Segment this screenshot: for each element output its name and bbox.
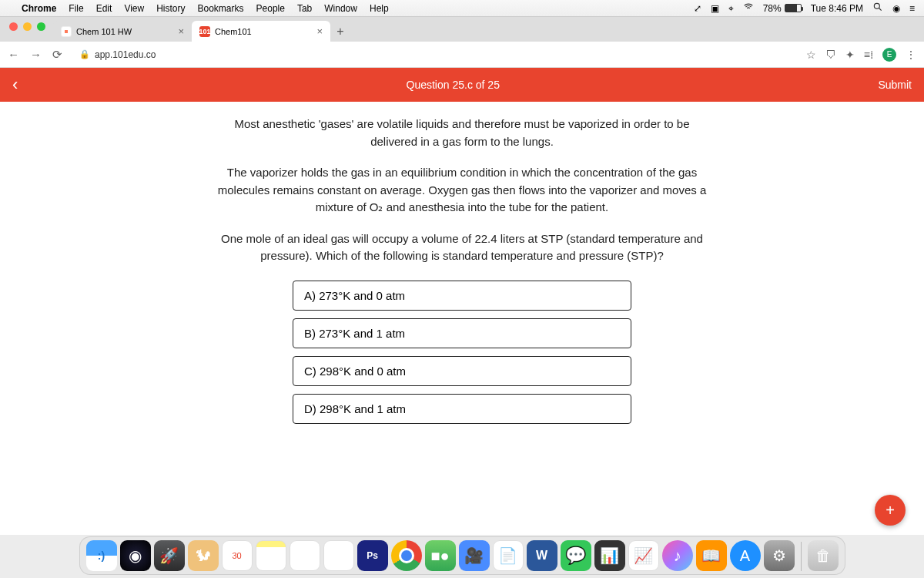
status-battery[interactable]: 78% (763, 3, 802, 14)
status-clock[interactable]: Tue 8:46 PM (811, 3, 863, 14)
answer-choice-c[interactable]: C) 298°K and 0 atm (293, 356, 631, 386)
dock-itunes-icon[interactable]: ♪ (662, 540, 693, 571)
dock-facetime-icon[interactable]: ■● (425, 540, 456, 571)
fab-add-button[interactable]: + (875, 495, 906, 526)
extension-shield-icon[interactable]: ⛉ (825, 49, 836, 61)
extensions-puzzle-icon[interactable]: ✦ (845, 49, 855, 61)
dock-finder-icon[interactable]: :) (86, 540, 117, 571)
answer-choice-a[interactable]: A) 273°K and 0 atm (293, 281, 631, 311)
tab-favicon-icon: 101 (199, 26, 210, 37)
dock-photos-icon[interactable]: ✿ (323, 540, 354, 571)
menu-tab[interactable]: Tab (297, 3, 312, 14)
tab-close-button[interactable]: × (178, 25, 184, 37)
dock-launchpad-icon[interactable]: 🚀 (154, 540, 185, 571)
battery-icon (785, 4, 802, 12)
lock-icon: 🔒 (79, 49, 90, 59)
submit-button[interactable]: Submit (878, 79, 912, 91)
menu-history[interactable]: History (156, 3, 185, 14)
bookmark-star-icon[interactable]: ☆ (806, 49, 816, 61)
status-display-icon[interactable]: ▣ (711, 3, 719, 14)
answer-choice-d[interactable]: D) 298°K and 1 atm (293, 394, 631, 424)
browser-tab[interactable]: Chem 101 HW × (53, 21, 192, 42)
dock-siri-icon[interactable]: ◉ (120, 540, 151, 571)
back-button[interactable]: ‹ (12, 75, 28, 95)
answer-choices: A) 273°K and 0 atm B) 273°K and 1 atm C)… (293, 281, 631, 424)
status-wifi-icon[interactable] (743, 2, 754, 15)
battery-percent: 78% (763, 3, 782, 14)
chrome-tabstrip: Chem 101 HW × 101 Chem101 × + (0, 17, 924, 42)
menu-help[interactable]: Help (370, 3, 389, 14)
quiz-header: ‹ Question 25.c of 25 Submit (0, 68, 924, 102)
chrome-toolbar: ← → ⟳ 🔒 app.101edu.co ☆ ⛉ ✦ ≡⁞ E ⋮ (0, 42, 924, 68)
status-bluetooth-icon[interactable]: ⌖ (728, 3, 734, 14)
menu-file[interactable]: File (69, 3, 83, 14)
tab-title: Chem 101 HW (76, 27, 132, 36)
menu-window[interactable]: Window (324, 3, 357, 14)
address-bar[interactable]: 🔒 app.101edu.co (72, 49, 797, 60)
dock-zoom-icon[interactable]: 🎥 (459, 540, 490, 571)
menu-edit[interactable]: Edit (96, 3, 112, 14)
menu-people[interactable]: People (256, 3, 285, 14)
extension-e-icon[interactable]: E (882, 48, 896, 62)
status-fullscreen-icon[interactable]: ⤢ (694, 3, 701, 14)
dock-separator (801, 542, 802, 571)
question-counter: Question 25.c of 25 (28, 79, 878, 91)
status-control-center-icon[interactable]: ◉ (892, 3, 900, 14)
menu-view[interactable]: View (124, 3, 144, 14)
app-name[interactable]: Chrome (22, 3, 56, 14)
dock-chrome-icon[interactable] (391, 540, 422, 571)
dock-ibooks-icon[interactable]: 📖 (696, 540, 727, 571)
question-prompt: One mole of an ideal gas will occupy a v… (216, 230, 708, 265)
chrome-menu-button[interactable]: ⋮ (906, 49, 916, 61)
reading-list-icon[interactable]: ≡⁞ (864, 49, 873, 61)
nav-reload-button[interactable]: ⟳ (52, 48, 62, 62)
dock-settings-icon[interactable]: ⚙ (764, 540, 795, 571)
dock-notes-icon[interactable] (256, 540, 286, 571)
status-spotlight-icon[interactable] (872, 2, 883, 15)
nav-back-button[interactable]: ← (8, 48, 19, 62)
url-text: app.101edu.co (95, 49, 156, 60)
menu-bookmarks[interactable]: Bookmarks (198, 3, 244, 14)
window-controls (6, 22, 53, 37)
window-minimize-button[interactable] (23, 22, 32, 31)
tab-close-button[interactable]: × (316, 25, 323, 37)
dock-messages-icon[interactable]: 💬 (561, 540, 591, 571)
svg-point-0 (874, 3, 879, 8)
status-list-icon[interactable]: ≡ (909, 3, 915, 14)
nav-forward-button[interactable]: → (30, 48, 42, 62)
dock-preview-icon[interactable]: 🖼 (290, 540, 320, 571)
new-tab-button[interactable]: + (330, 22, 350, 42)
dock-app-icon[interactable]: 🐿 (188, 540, 219, 571)
passage-paragraph: Most anesthetic 'gases' are volatile liq… (216, 116, 708, 150)
macos-menubar: Chrome File Edit View History Bookmarks … (0, 0, 924, 17)
tab-title: Chem101 (215, 27, 252, 36)
browser-tab[interactable]: 101 Chem101 × (192, 21, 330, 42)
passage-paragraph: The vaporizer holds the gas in an equili… (216, 164, 708, 217)
dock-word-icon[interactable]: W (527, 540, 557, 571)
dock-monitor-icon[interactable]: 📈 (628, 540, 659, 571)
macos-dock: :) ◉ 🚀 🐿 30 🖼 ✿ Ps ■● 🎥 📄 W 💬 📊 📈 ♪ 📖 A … (79, 536, 845, 575)
tab-favicon-icon (61, 26, 72, 37)
dock-trash-icon[interactable]: 🗑 (808, 540, 839, 571)
answer-choice-b[interactable]: B) 273°K and 1 atm (293, 318, 631, 348)
dock-activity-icon[interactable]: 📊 (594, 540, 625, 571)
dock-photoshop-icon[interactable]: Ps (357, 540, 388, 571)
dock-calendar-icon[interactable]: 30 (222, 540, 253, 571)
dock-region: :) ◉ 🚀 🐿 30 🖼 ✿ Ps ■● 🎥 📄 W 💬 📊 📈 ♪ 📖 A … (0, 535, 924, 578)
question-content: Most anesthetic 'gases' are volatile liq… (0, 102, 924, 535)
dock-appstore-icon[interactable]: A (730, 540, 761, 571)
window-maximize-button[interactable] (37, 22, 45, 31)
window-close-button[interactable] (9, 22, 18, 31)
dock-pages-icon[interactable]: 📄 (493, 540, 524, 571)
